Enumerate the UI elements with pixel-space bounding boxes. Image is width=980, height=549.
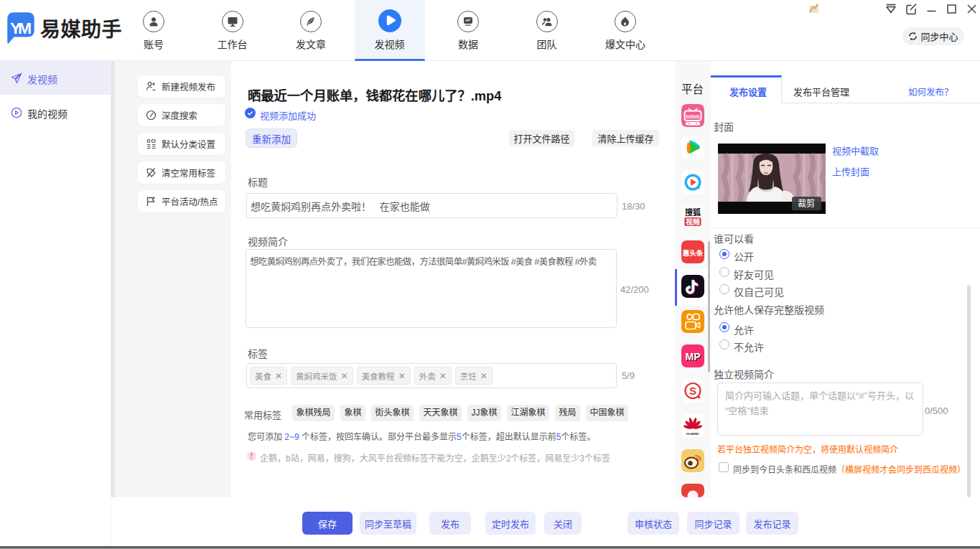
svg-text:MP: MP <box>686 351 701 362</box>
svg-text:S: S <box>689 385 696 397</box>
svg-text:搜狐: 搜狐 <box>685 207 701 217</box>
svg-text:HUAWEI: HUAWEI <box>686 432 699 436</box>
svg-text:bilibili: bilibili <box>686 114 700 119</box>
svg-text:视频: 视频 <box>686 217 700 226</box>
svg-text:YM: YM <box>10 19 31 37</box>
svg-text:惠头条: 惠头条 <box>683 249 704 257</box>
svg-text:裁剪: 裁剪 <box>798 198 815 209</box>
